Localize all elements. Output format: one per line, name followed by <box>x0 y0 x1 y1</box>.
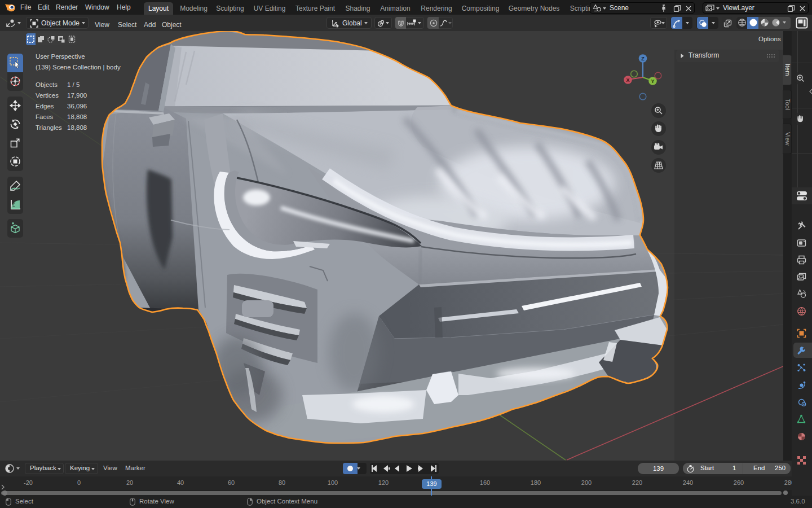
svg-text:Z: Z <box>641 56 645 62</box>
svg-text:Y: Y <box>651 78 654 84</box>
svg-text:X: X <box>626 77 629 83</box>
